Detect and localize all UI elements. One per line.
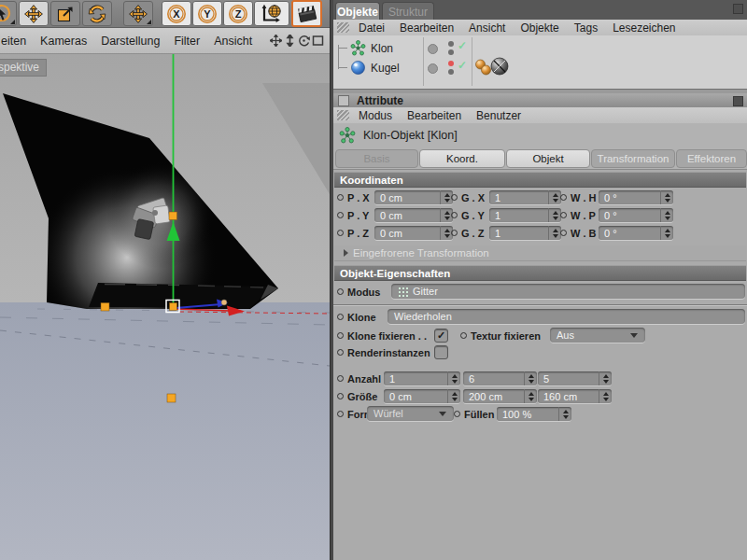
- anim-ring-icon[interactable]: [337, 314, 344, 320]
- wb-field[interactable]: 0 °: [599, 226, 673, 240]
- maximize-view-icon[interactable]: [312, 35, 324, 47]
- viewport-menu-item[interactable]: Kameras: [40, 35, 87, 48]
- editor-visibility-dot[interactable]: [448, 61, 454, 66]
- gz-field[interactable]: 1: [489, 226, 561, 240]
- texture-tag-icon[interactable]: [482, 65, 491, 75]
- frozen-transformation-group[interactable]: Eingefrorene Transformation: [334, 245, 746, 261]
- lock-x-button[interactable]: X: [162, 1, 191, 26]
- klone-dropdown[interactable]: Wiederholen: [388, 309, 745, 324]
- clone-handle-selected[interactable]: [170, 303, 177, 311]
- py-field[interactable]: 0 cm: [374, 208, 453, 222]
- object-name[interactable]: Klon: [371, 42, 393, 55]
- groesse-x-field[interactable]: 0 cm: [384, 389, 460, 403]
- anim-ring-icon[interactable]: [560, 212, 567, 218]
- stepper-icon[interactable]: [447, 371, 460, 385]
- attr-menu-item[interactable]: Bearbeiten: [407, 109, 461, 122]
- form-dropdown[interactable]: Würfel: [367, 406, 454, 421]
- viewport-menu-item[interactable]: Filter: [174, 35, 200, 48]
- modus-dropdown[interactable]: Gitter: [391, 284, 745, 299]
- stepper-icon[interactable]: [524, 389, 537, 403]
- zoom-view-icon[interactable]: [284, 35, 296, 47]
- tab-objekt[interactable]: Objekt: [506, 149, 590, 168]
- stepper-icon[interactable]: [548, 226, 561, 240]
- anim-ring-icon[interactable]: [454, 411, 460, 417]
- anim-ring-icon[interactable]: [337, 411, 344, 417]
- clone-handle[interactable]: [169, 212, 177, 220]
- viewport-label[interactable]: rspektive: [0, 59, 47, 77]
- object-name[interactable]: Kugel: [371, 62, 400, 75]
- attr-menu-item[interactable]: Modus: [359, 109, 392, 122]
- gy-field[interactable]: 1: [489, 208, 561, 222]
- anzahl-y-field[interactable]: 6: [463, 371, 537, 385]
- anim-ring-icon[interactable]: [460, 332, 467, 339]
- tab-koord[interactable]: Koord.: [419, 149, 505, 168]
- tab-objekte[interactable]: Objekte: [335, 2, 380, 21]
- anim-ring-icon[interactable]: [337, 393, 344, 399]
- stepper-icon[interactable]: [524, 371, 537, 385]
- wh-field[interactable]: 0 °: [599, 190, 673, 204]
- drag-grip-icon[interactable]: [337, 110, 349, 120]
- perspective-viewport[interactable]: rspektive: [0, 54, 330, 560]
- om-menu-item[interactable]: Objekte: [520, 21, 558, 35]
- om-menu-item[interactable]: Lesezeichen: [613, 21, 675, 35]
- editor-visibility-dot[interactable]: [448, 41, 454, 47]
- anim-ring-icon[interactable]: [560, 194, 567, 201]
- layer-dot[interactable]: [428, 44, 438, 54]
- section-header-objekt-eigenschaften[interactable]: Objekt-Eigenschaften: [334, 265, 746, 281]
- stepper-icon[interactable]: [660, 208, 673, 222]
- stepper-icon[interactable]: [660, 190, 673, 204]
- groesse-y-field[interactable]: 200 cm: [463, 389, 537, 403]
- clone-handle[interactable]: [167, 394, 176, 402]
- anim-ring-icon[interactable]: [451, 230, 458, 236]
- render-visibility-dot[interactable]: [448, 69, 454, 75]
- anim-ring-icon[interactable]: [337, 212, 344, 218]
- om-menu-item[interactable]: Ansicht: [469, 21, 505, 35]
- stepper-icon[interactable]: [558, 407, 571, 421]
- layer-dot[interactable]: [428, 63, 438, 74]
- anim-ring-icon[interactable]: [451, 212, 458, 218]
- anim-ring-icon[interactable]: [337, 194, 344, 201]
- clone-handle[interactable]: [101, 303, 109, 312]
- stepper-icon[interactable]: [548, 190, 561, 204]
- klone-fixieren-checkbox[interactable]: [434, 329, 448, 343]
- rotate-view-icon[interactable]: [298, 35, 310, 47]
- scale-button[interactable]: [50, 1, 80, 26]
- live-selection-button[interactable]: [0, 1, 17, 26]
- textur-fixieren-dropdown[interactable]: Aus: [550, 328, 645, 343]
- enabled-check-icon[interactable]: [458, 61, 467, 70]
- stepper-icon[interactable]: [599, 371, 612, 385]
- tab-struktur[interactable]: Struktur: [382, 2, 434, 21]
- stepper-icon[interactable]: [548, 208, 561, 222]
- fuellen-field[interactable]: 100 %: [497, 407, 571, 421]
- object-row-kugel[interactable]: Kugel: [333, 58, 747, 77]
- groesse-z-field[interactable]: 160 cm: [538, 389, 612, 403]
- anzahl-z-field[interactable]: 5: [538, 371, 612, 385]
- render-view-button[interactable]: [291, 0, 322, 27]
- renderinstanzen-checkbox[interactable]: [434, 345, 448, 359]
- panel-pin-icon[interactable]: [733, 96, 743, 106]
- panel-pin-icon[interactable]: [733, 4, 743, 14]
- pz-field[interactable]: 0 cm: [374, 226, 453, 240]
- move-axis-button[interactable]: [123, 1, 153, 26]
- drag-grip-icon[interactable]: [337, 22, 349, 33]
- tab-effektoren[interactable]: Effektoren: [676, 149, 747, 168]
- viewport-menu-item[interactable]: eiten: [1, 35, 26, 48]
- stepper-icon[interactable]: [599, 389, 612, 403]
- rotate-button[interactable]: [82, 1, 112, 26]
- om-menu-item[interactable]: Bearbeiten: [400, 21, 454, 35]
- section-header-koordinaten[interactable]: Koordinaten: [334, 172, 746, 188]
- anim-ring-icon[interactable]: [337, 288, 344, 295]
- viewport-menu-item[interactable]: Ansicht: [214, 35, 252, 48]
- object-row-klon[interactable]: Klon: [333, 38, 747, 58]
- attr-menu-item[interactable]: Benutzer: [476, 109, 521, 122]
- stepper-icon[interactable]: [660, 226, 673, 240]
- attribute-lock-checkbox[interactable]: [338, 95, 349, 106]
- om-menu-item[interactable]: Tags: [574, 21, 598, 35]
- anim-ring-icon[interactable]: [560, 230, 567, 236]
- gx-field[interactable]: 1: [489, 190, 561, 204]
- om-menu-item[interactable]: Datei: [359, 21, 385, 35]
- viewport-menu-item[interactable]: Darstellung: [101, 35, 160, 48]
- stepper-icon[interactable]: [447, 389, 460, 403]
- anim-ring-icon[interactable]: [337, 375, 344, 382]
- lock-z-button[interactable]: Z: [223, 1, 253, 26]
